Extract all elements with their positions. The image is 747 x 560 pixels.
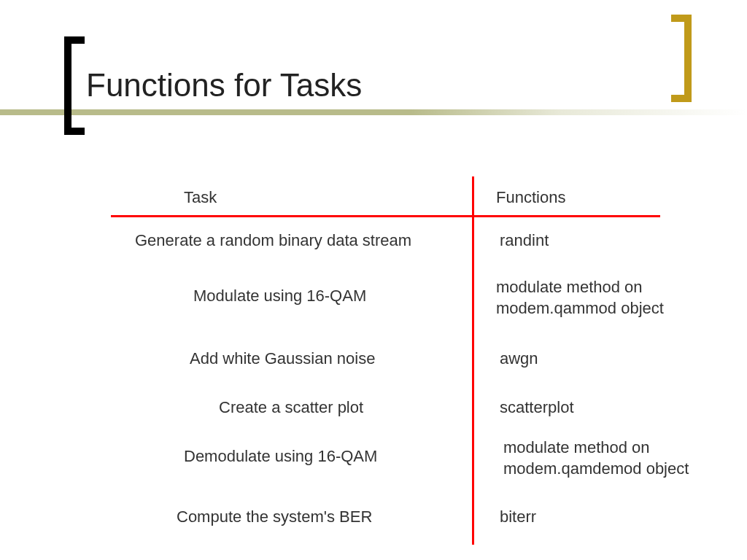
function-cell: biterr — [500, 507, 536, 528]
task-cell: Modulate using 16-QAM — [193, 286, 366, 307]
slide-title: Functions for Tasks — [86, 67, 362, 104]
decorative-horizontal-line — [0, 109, 747, 115]
table-header-functions: Functions — [496, 188, 565, 207]
function-cell: awgn — [500, 349, 538, 370]
left-bracket-icon — [64, 36, 85, 135]
table-header-task: Task — [184, 188, 217, 207]
table-vertical-divider — [472, 176, 474, 545]
task-cell: Create a scatter plot — [219, 397, 363, 419]
task-cell: Compute the system's BER — [177, 507, 372, 528]
table-horizontal-divider — [111, 215, 660, 217]
task-cell: Demodulate using 16-QAM — [184, 446, 377, 467]
task-cell: Add white Gaussian noise — [190, 349, 375, 370]
function-cell: randint — [500, 230, 549, 252]
task-cell: Generate a random binary data stream — [135, 230, 411, 252]
function-cell: modulate method on modem.qammod object — [496, 277, 686, 319]
function-cell: scatterplot — [500, 397, 574, 419]
right-bracket-icon — [671, 15, 692, 102]
function-cell: modulate method on modem.qamdemod object — [503, 438, 715, 479]
